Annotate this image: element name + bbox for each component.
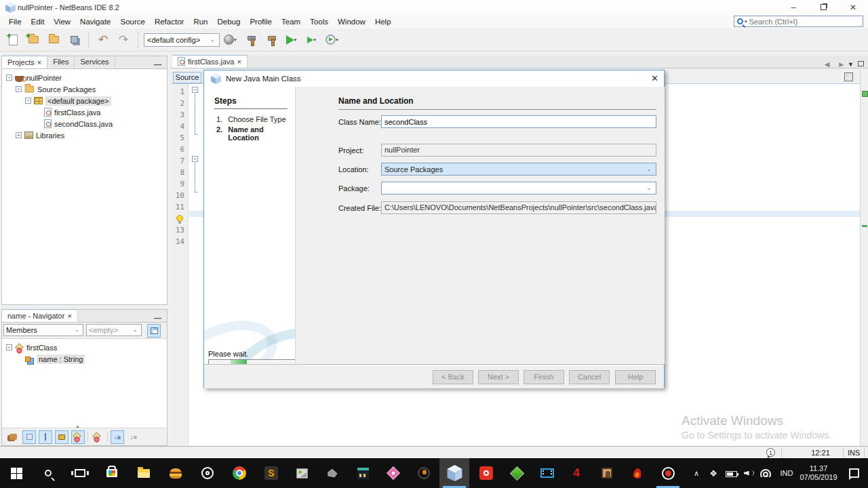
help-button[interactable]: Help: [615, 370, 656, 384]
clean-build-button[interactable]: [263, 31, 281, 49]
tree-item-libraries[interactable]: + Libraries: [16, 129, 64, 141]
menu-debug[interactable]: Debug: [212, 16, 245, 28]
file-explorer-button[interactable]: [129, 458, 159, 488]
tree-item-secondclass[interactable]: secondClass.java: [44, 118, 113, 129]
dialog-titlebar[interactable]: New Java Main Class ✕: [204, 70, 664, 87]
menu-window[interactable]: Window: [333, 16, 370, 28]
expand-icon[interactable]: +: [16, 132, 22, 138]
show-non-public-button[interactable]: [55, 430, 68, 444]
next-button[interactable]: Next >: [478, 370, 519, 384]
tree-item-class[interactable]: − firstClass: [6, 342, 57, 353]
video-player-button[interactable]: [532, 458, 562, 488]
menu-source[interactable]: Source: [115, 16, 149, 28]
start-button[interactable]: [1, 458, 31, 488]
code-fold-collapse-icon[interactable]: −: [192, 156, 198, 162]
show-static-members-button[interactable]: [39, 430, 52, 444]
tab-navigator[interactable]: name - Navigator×: [2, 309, 78, 322]
menu-refactor[interactable]: Refactor: [150, 16, 189, 28]
action-center-button[interactable]: [841, 458, 867, 488]
collapse-icon[interactable]: −: [16, 86, 22, 92]
left4dead-button[interactable]: 4: [561, 458, 591, 488]
microsoft-store-button[interactable]: [97, 458, 127, 488]
netbeans-taskbar-button[interactable]: [439, 458, 469, 488]
restore-button[interactable]: [808, 0, 838, 15]
maximize-window-icon[interactable]: [858, 61, 864, 68]
task-view-button[interactable]: [65, 458, 95, 488]
quick-search[interactable]: ▾: [734, 16, 863, 27]
tab-files[interactable]: Files: [47, 56, 75, 68]
portrait-game-button[interactable]: [592, 458, 622, 488]
close-icon[interactable]: ×: [37, 58, 41, 66]
pink-game-button[interactable]: [378, 458, 408, 488]
jump-to-select[interactable]: <empty>⌄: [86, 324, 142, 336]
menu-file[interactable]: File: [4, 16, 26, 28]
tree-item-field[interactable]: name : String: [25, 353, 85, 365]
split-document-icon[interactable]: [844, 73, 853, 81]
close-icon[interactable]: ×: [67, 312, 71, 320]
language-tray-button[interactable]: IND: [776, 458, 797, 488]
package-select[interactable]: ⌄: [381, 182, 656, 195]
show-table-button[interactable]: [147, 324, 161, 338]
save-all-button[interactable]: [65, 31, 83, 49]
new-project-button[interactable]: [24, 31, 42, 49]
build-project-button[interactable]: [243, 31, 260, 49]
collapse-panel-arrow-icon[interactable]: ▲: [75, 424, 80, 428]
menu-navigate[interactable]: Navigate: [75, 16, 115, 28]
cancel-button[interactable]: Cancel: [569, 370, 610, 384]
dialog-close-button[interactable]: ✕: [651, 73, 658, 83]
show-fields-button[interactable]: [22, 430, 36, 444]
wifi-tray-button[interactable]: [757, 458, 776, 488]
show-inherited-members-button[interactable]: [6, 430, 20, 444]
sims-button[interactable]: [502, 458, 532, 488]
undo-button[interactable]: ↶: [94, 31, 112, 49]
code-fold-collapse-icon[interactable]: −: [192, 87, 198, 93]
tree-item-project[interactable]: − nullPointer: [6, 72, 62, 83]
screen-recorder-button[interactable]: [653, 458, 683, 488]
run-project-button[interactable]: ▾: [283, 31, 301, 49]
sort-alpha-button[interactable]: ↓a: [111, 430, 124, 444]
search-dropdown-icon[interactable]: ▾: [745, 19, 747, 24]
menu-edit[interactable]: Edit: [26, 16, 50, 28]
new-file-button[interactable]: [4, 31, 22, 49]
back-button[interactable]: < Back: [433, 370, 473, 384]
error-stripe[interactable]: [860, 70, 868, 446]
show-classes-button[interactable]: [71, 430, 85, 444]
menu-help[interactable]: Help: [370, 16, 396, 28]
minimize-panel-button[interactable]: —: [149, 314, 167, 322]
sublime-text-button[interactable]: S: [256, 458, 286, 488]
circle-app-button[interactable]: [193, 458, 222, 488]
minimize-button[interactable]: –: [778, 0, 808, 15]
close-button[interactable]: ✕: [838, 0, 868, 15]
insert-mode-indicator[interactable]: INS: [848, 449, 860, 457]
menu-team[interactable]: Team: [277, 16, 305, 28]
clock-tray-button[interactable]: 11.3707/05/2019: [797, 458, 840, 488]
castle-game-button[interactable]: [348, 458, 378, 488]
notifications-button[interactable]: 1: [766, 448, 775, 457]
gom-player-button[interactable]: [471, 458, 501, 488]
tree-item-default-package[interactable]: − <default package>: [25, 95, 111, 106]
menu-view[interactable]: View: [49, 16, 75, 28]
hint-lightbulb-icon[interactable]: [176, 215, 183, 222]
tree-item-source-packages[interactable]: − Source Packages: [16, 83, 96, 95]
expand-nodes-button[interactable]: [91, 430, 104, 444]
photos-app-button[interactable]: [287, 458, 317, 488]
burger-app-button[interactable]: [161, 458, 191, 488]
chrome-button[interactable]: [224, 458, 254, 488]
scroll-tabs-right-icon[interactable]: ▶: [839, 61, 844, 68]
search-input[interactable]: [749, 18, 863, 26]
debug-project-button[interactable]: ▾: [304, 31, 321, 49]
tab-services[interactable]: Services: [75, 56, 115, 68]
grey-game-button[interactable]: [317, 458, 347, 488]
profile-project-button[interactable]: ▾: [324, 31, 342, 49]
collapse-icon[interactable]: −: [25, 98, 31, 104]
flame-app-button[interactable]: [623, 458, 652, 488]
tab-projects[interactable]: Projects×: [2, 56, 47, 68]
members-select[interactable]: Members⌄: [3, 324, 83, 336]
open-project-button[interactable]: [45, 31, 62, 49]
tab-firstclass[interactable]: firstClass.java ×: [172, 55, 248, 68]
location-select[interactable]: Source Packages ⌄: [381, 163, 656, 176]
class-name-input[interactable]: [382, 116, 656, 127]
menu-run[interactable]: Run: [189, 16, 212, 28]
collapse-icon[interactable]: −: [6, 344, 12, 350]
menu-profile[interactable]: Profile: [245, 16, 277, 28]
